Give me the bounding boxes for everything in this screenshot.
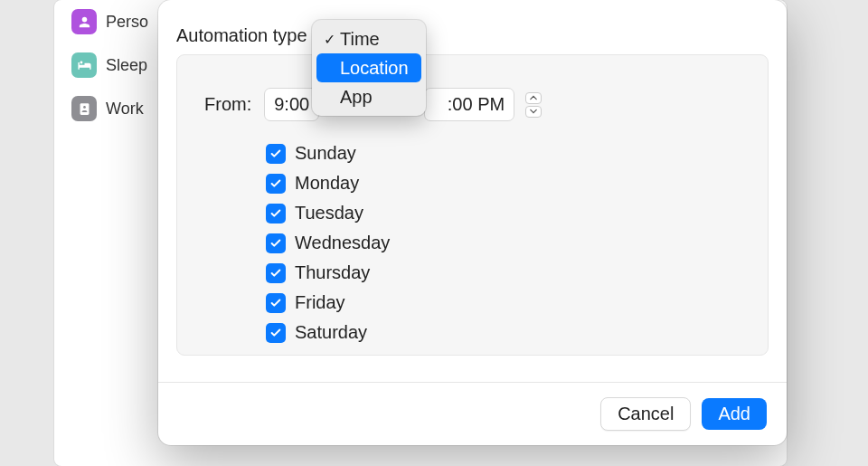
sidebar-item-label: Sleep [106, 56, 147, 75]
automation-modal: Automation type From: 9:00 :00 PM Sunday… [158, 0, 787, 445]
time-to-field[interactable]: :00 PM [424, 88, 514, 121]
checkbox-sunday[interactable] [266, 144, 286, 164]
stepper-up-button[interactable] [525, 92, 542, 104]
dropdown-item-label: Time [340, 29, 380, 50]
time-range-row: From: 9:00 :00 PM [204, 88, 750, 121]
automation-type-label: Automation type [176, 25, 307, 46]
checkbox-saturday[interactable] [266, 323, 286, 343]
day-row-monday: Monday [266, 173, 750, 194]
bed-icon [71, 52, 97, 78]
sidebar-item-label: Perso [106, 13, 148, 32]
day-label: Friday [295, 292, 345, 313]
checkbox-monday[interactable] [266, 174, 286, 194]
day-label: Wednesday [295, 233, 390, 253]
automation-type-dropdown: ✓ Time Location App [312, 20, 426, 116]
day-label: Saturday [295, 322, 367, 343]
stepper-down-button[interactable] [525, 106, 542, 118]
dropdown-item-location[interactable]: Location [316, 53, 421, 82]
badge-icon [71, 96, 97, 121]
dropdown-item-app[interactable]: App [316, 82, 421, 111]
days-list: Sunday Monday Tuesday Wednesday Thursday… [266, 143, 750, 343]
checkbox-wednesday[interactable] [266, 233, 286, 253]
modal-footer: Cancel Add [158, 382, 787, 445]
day-row-wednesday: Wednesday [266, 233, 750, 253]
day-label: Sunday [295, 143, 356, 164]
day-row-tuesday: Tuesday [266, 203, 750, 223]
checkbox-thursday[interactable] [266, 263, 286, 283]
add-button[interactable]: Add [702, 398, 767, 430]
checkbox-tuesday[interactable] [266, 204, 286, 223]
from-label: From: [204, 94, 251, 115]
day-row-friday: Friday [266, 292, 750, 313]
schedule-panel: From: 9:00 :00 PM Sunday Monday Tuesday [176, 54, 769, 356]
day-label: Thursday [295, 262, 370, 283]
check-icon: ✓ [322, 31, 336, 48]
time-stepper [525, 92, 542, 118]
dropdown-item-label: Location [340, 58, 409, 79]
day-row-sunday: Sunday [266, 143, 750, 164]
cancel-button[interactable]: Cancel [600, 397, 691, 431]
day-label: Tuesday [295, 203, 363, 223]
sidebar-item-label: Work [106, 100, 144, 119]
dropdown-item-time[interactable]: ✓ Time [316, 24, 421, 53]
person-icon [71, 9, 97, 34]
checkbox-friday[interactable] [266, 293, 286, 313]
day-row-saturday: Saturday [266, 322, 750, 343]
day-label: Monday [295, 173, 359, 194]
dropdown-item-label: App [340, 87, 373, 108]
day-row-thursday: Thursday [266, 262, 750, 283]
